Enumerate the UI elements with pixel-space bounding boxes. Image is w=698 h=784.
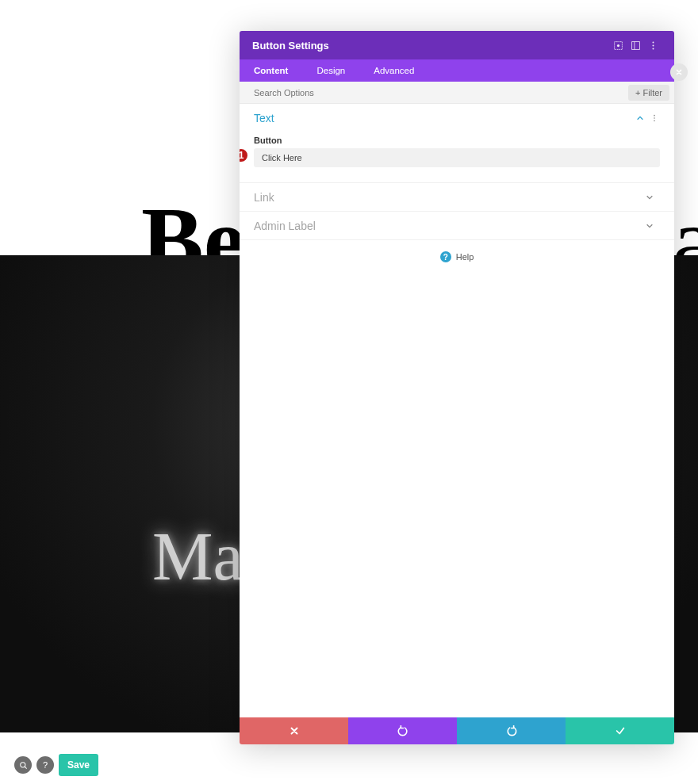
tab-design[interactable]: Design bbox=[302, 59, 359, 82]
undo-button[interactable] bbox=[348, 717, 457, 744]
section-text-title: Text bbox=[254, 112, 636, 124]
chevron-down-icon bbox=[646, 222, 660, 230]
help-icon[interactable]: ? bbox=[36, 756, 54, 774]
button-field-label: Button bbox=[240, 132, 674, 148]
cancel-button[interactable] bbox=[240, 717, 348, 744]
modal-titlebar[interactable]: Button Settings bbox=[240, 31, 674, 59]
search-input[interactable] bbox=[240, 88, 628, 98]
svg-point-3 bbox=[616, 44, 619, 46]
confirm-button[interactable] bbox=[566, 717, 674, 744]
section-text-header[interactable]: Text bbox=[240, 104, 674, 132]
zoom-icon[interactable] bbox=[14, 756, 32, 774]
svg-point-10 bbox=[654, 117, 655, 119]
help-row[interactable]: ? Help bbox=[240, 240, 674, 273]
section-admin-label-title: Admin Label bbox=[254, 220, 646, 232]
button-text-row: 1 bbox=[254, 148, 660, 167]
svg-point-9 bbox=[654, 115, 655, 117]
button-text-input[interactable] bbox=[254, 148, 660, 167]
tab-advanced[interactable]: Advanced bbox=[359, 59, 428, 82]
filter-button[interactable]: + Filter bbox=[628, 85, 669, 101]
tab-content[interactable]: Content bbox=[240, 59, 302, 82]
help-label: Help bbox=[456, 252, 474, 262]
help-icon: ? bbox=[440, 251, 451, 262]
close-icon[interactable] bbox=[670, 63, 688, 81]
search-row: + Filter bbox=[240, 82, 674, 104]
modal-title: Button Settings bbox=[252, 40, 329, 52]
page-right-text-line: uae bbox=[666, 761, 698, 784]
more-icon[interactable] bbox=[644, 36, 662, 54]
redo-button[interactable] bbox=[457, 717, 566, 744]
expand-icon[interactable] bbox=[609, 36, 627, 54]
section-link-header[interactable]: Link bbox=[240, 183, 674, 212]
chevron-up-icon bbox=[636, 114, 650, 122]
svg-point-7 bbox=[652, 44, 654, 46]
save-button[interactable]: Save bbox=[59, 754, 98, 776]
page-subheadline-left: Ma bbox=[152, 517, 244, 596]
svg-point-11 bbox=[654, 120, 655, 122]
svg-line-1 bbox=[25, 767, 26, 768]
modal-tabs: Content Design Advanced bbox=[240, 59, 674, 82]
section-admin-label-header[interactable]: Admin Label bbox=[240, 212, 674, 240]
chevron-down-icon bbox=[646, 193, 660, 201]
modal-footer bbox=[240, 717, 674, 744]
plus-icon: + bbox=[635, 88, 640, 98]
svg-point-8 bbox=[652, 48, 654, 49]
section-more-icon[interactable] bbox=[650, 114, 660, 122]
section-link-title: Link bbox=[254, 191, 646, 204]
columns-icon[interactable] bbox=[627, 36, 644, 54]
svg-point-6 bbox=[652, 41, 654, 43]
callout-badge: 1 bbox=[240, 147, 249, 163]
modal-content: Text Button 1 Link Admin Label bbox=[240, 104, 674, 717]
svg-point-0 bbox=[20, 762, 25, 767]
svg-rect-4 bbox=[631, 41, 639, 49]
button-settings-modal: Button Settings Content Design Advanced … bbox=[240, 31, 674, 744]
editor-bottom-bar: ? Save bbox=[14, 754, 98, 776]
filter-label: Filter bbox=[643, 88, 662, 98]
